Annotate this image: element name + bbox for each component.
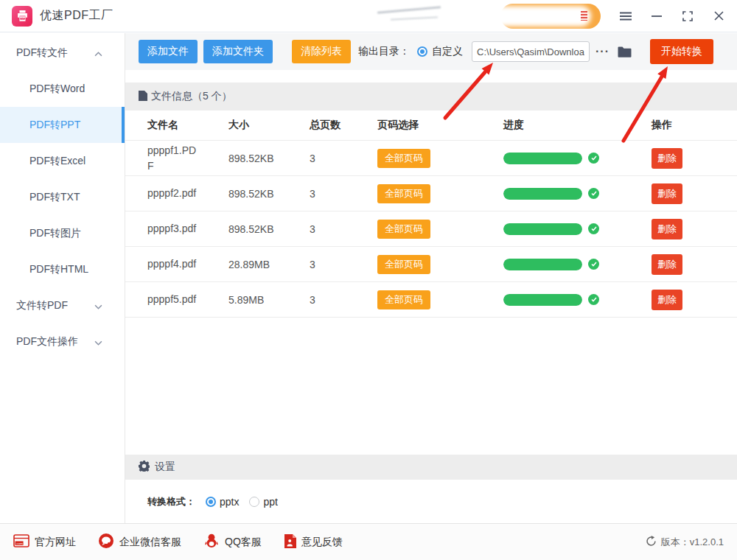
col-size: 大小 — [228, 119, 310, 132]
sidebar-group-pdf-to-file[interactable]: PDF转文件 — [0, 35, 125, 71]
clear-list-button[interactable]: 清除列表 — [292, 40, 351, 63]
promo-banner[interactable] — [368, 2, 603, 30]
file-name: ppppf5.pdf — [147, 292, 196, 307]
file-pages: 3 — [310, 259, 377, 270]
chevron-up-icon — [94, 47, 102, 59]
file-size: 28.89MB — [228, 259, 310, 270]
sidebar-item-label: PDF转HTML — [29, 263, 88, 276]
file-pages: 3 — [310, 188, 377, 200]
minimize-icon[interactable] — [649, 8, 665, 24]
file-name: ppppf2.pdf — [147, 186, 196, 200]
sidebar: PDF转文件 PDF转Word PDF转PPT PDF转Excel PDF转TX… — [0, 33, 125, 523]
pptx-radio[interactable] — [206, 497, 216, 507]
sidebar-group-label: PDF转文件 — [16, 46, 68, 60]
delete-button[interactable]: 删除 — [652, 183, 682, 204]
col-progress: 进度 — [503, 119, 652, 132]
custom-radio[interactable] — [417, 46, 427, 57]
promo-redmark — [581, 11, 587, 21]
ppt-radio[interactable] — [249, 497, 259, 507]
pptx-radio-label: pptx — [220, 496, 239, 508]
output-dir-group: 输出目录： 自定义 ··· 开始转换 — [358, 39, 713, 64]
close-icon[interactable] — [710, 8, 727, 24]
delete-button[interactable]: 删除 — [652, 148, 682, 169]
app-logo-icon: PDF — [12, 6, 32, 27]
col-filename: 文件名 — [147, 119, 228, 132]
menu-icon[interactable] — [618, 8, 634, 24]
output-path-input[interactable] — [472, 41, 590, 62]
file-info-bar: 文件信息（5 个） — [125, 83, 737, 111]
table-row: ppppf5.pdf 5.89MB 3 全部页码 删除 — [125, 282, 737, 318]
footer-link-label: QQ客服 — [225, 536, 262, 549]
settings-title: 设置 — [155, 461, 175, 474]
ppt-radio-label: ppt — [263, 496, 277, 508]
delete-button[interactable]: 删除 — [652, 290, 682, 310]
file-name: ppppf3.pdf — [147, 221, 196, 236]
chevron-down-icon — [94, 336, 102, 348]
open-folder-icon[interactable] — [617, 46, 632, 58]
official-website-link[interactable]: .com 官方网址 — [13, 534, 76, 550]
delete-button[interactable]: 删除 — [652, 219, 682, 239]
sidebar-item-pdf-to-ppt[interactable]: PDF转PPT — [0, 107, 125, 143]
version-info: 版本：v1.2.0.1 — [646, 536, 724, 549]
file-size: 5.89MB — [228, 294, 310, 306]
format-option-pptx[interactable]: pptx — [206, 496, 239, 508]
version-label: 版本：v1.2.0.1 — [661, 536, 724, 549]
sidebar-item-pdf-to-image[interactable]: PDF转图片 — [0, 215, 125, 251]
footer-link-label: 意见反馈 — [301, 536, 343, 549]
footer-link-label: 官方网址 — [35, 536, 76, 549]
sidebar-item-pdf-to-word[interactable]: PDF转Word — [0, 71, 125, 107]
table-row: ppppf4.pdf 28.89MB 3 全部页码 删除 — [125, 247, 737, 282]
sidebar-item-pdf-to-excel[interactable]: PDF转Excel — [0, 143, 125, 179]
file-pages: 3 — [310, 294, 377, 306]
feedback-link[interactable]: 意见反馈 — [284, 534, 343, 550]
promo-pill — [500, 4, 601, 29]
footer-link-label: 企业微信客服 — [119, 536, 181, 549]
delete-button[interactable]: 删除 — [652, 254, 682, 275]
maximize-icon[interactable] — [680, 8, 696, 24]
sidebar-item-label: PDF转TXT — [29, 191, 80, 204]
all-pages-button[interactable]: 全部页码 — [377, 255, 430, 274]
check-icon — [588, 294, 599, 305]
file-name: ppppf4.pdf — [147, 256, 196, 271]
footer: .com 官方网址 企业微信客服 — [0, 523, 737, 560]
progress-bar — [503, 223, 582, 235]
app-title: 优速PDF工厂 — [40, 8, 113, 24]
file-size: 898.52KB — [228, 153, 310, 164]
qq-support-link[interactable]: QQ客服 — [203, 533, 262, 551]
all-pages-button[interactable]: 全部页码 — [377, 184, 430, 203]
all-pages-button[interactable]: 全部页码 — [377, 149, 430, 168]
sidebar-group-file-to-pdf[interactable]: 文件转PDF — [0, 287, 125, 323]
format-row: 转换格式： pptx ppt — [125, 480, 737, 524]
check-icon — [588, 259, 599, 270]
sidebar-group-label: PDF文件操作 — [16, 335, 78, 349]
sidebar-item-pdf-to-html[interactable]: PDF转HTML — [0, 251, 125, 287]
progress-bar — [503, 294, 582, 306]
col-action: 操作 — [652, 119, 737, 132]
output-dir-label: 输出目录： — [358, 45, 410, 58]
sidebar-item-label: PDF转Word — [29, 83, 85, 96]
sidebar-group-pdf-operations[interactable]: PDF文件操作 — [0, 323, 125, 360]
wechat-support-link[interactable]: 企业微信客服 — [98, 533, 181, 551]
add-folder-button[interactable]: 添加文件夹 — [203, 40, 273, 63]
sidebar-group-label: 文件转PDF — [16, 299, 68, 312]
start-convert-button[interactable]: 开始转换 — [650, 39, 713, 64]
wechat-icon — [98, 533, 114, 551]
file-info-title: 文件信息（5 个） — [151, 90, 232, 103]
sidebar-item-pdf-to-txt[interactable]: PDF转TXT — [0, 179, 125, 215]
table-header: 文件名 大小 总页数 页码选择 进度 操作 — [125, 111, 737, 141]
add-file-button[interactable]: 添加文件 — [139, 40, 198, 63]
table-row: ppppf3.pdf 898.52KB 3 全部页码 删除 — [125, 211, 737, 247]
app-window: PDF 优速PDF工厂 — [0, 0, 737, 560]
all-pages-button[interactable]: 全部页码 — [377, 220, 430, 239]
browse-more-button[interactable]: ··· — [595, 45, 609, 58]
custom-radio-label: 自定义 — [432, 45, 463, 58]
toolbar: 添加文件 添加文件夹 清除列表 输出目录： 自定义 ··· 开始转换 — [125, 33, 737, 70]
all-pages-button[interactable]: 全部页码 — [377, 290, 430, 309]
gear-icon — [139, 461, 150, 474]
window-controls — [618, 8, 727, 24]
format-option-ppt[interactable]: ppt — [249, 496, 277, 508]
file-size: 898.52KB — [228, 223, 310, 235]
update-refresh-icon[interactable] — [646, 536, 657, 549]
website-icon: .com — [13, 534, 29, 550]
settings-bar: 设置 — [125, 455, 737, 480]
